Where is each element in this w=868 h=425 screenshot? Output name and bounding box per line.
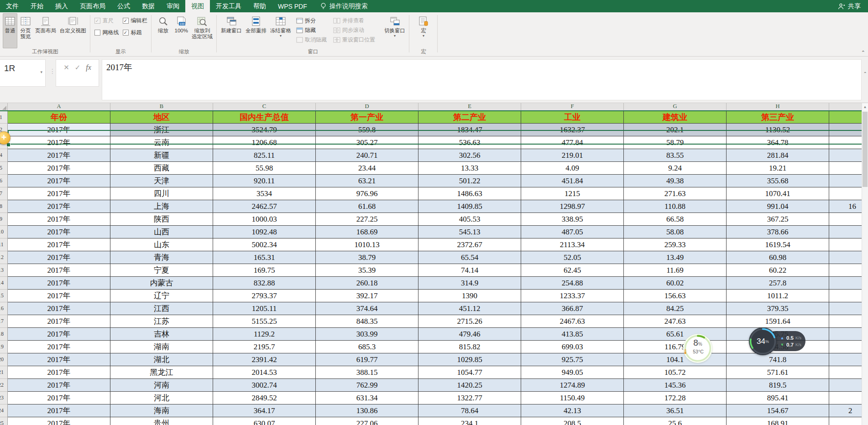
row-header-4[interactable]: 4 — [0, 149, 8, 162]
cell-A15[interactable]: 2017年 — [8, 290, 110, 302]
cell-H20[interactable]: 741.8 — [727, 353, 829, 366]
cell-D6[interactable]: 63.21 — [316, 175, 418, 187]
ribbon-tab-3[interactable]: 页面布局 — [74, 0, 111, 12]
cell-A5[interactable]: 2017年 — [8, 162, 110, 175]
cell-H17[interactable]: 1591.64 — [727, 315, 829, 328]
cell-C13[interactable]: 169.75 — [213, 264, 316, 277]
split-button[interactable]: 拆分 — [293, 16, 330, 26]
cancel-entry-icon[interactable]: ✕ — [63, 64, 69, 86]
cell-F8[interactable]: 1298.97 — [521, 200, 624, 213]
cell-C24[interactable]: 364.17 — [213, 404, 316, 417]
cell-D17[interactable]: 848.35 — [316, 315, 418, 328]
cell-B6[interactable]: 天津 — [110, 175, 213, 187]
formula-input[interactable]: 2017年 — [102, 59, 862, 100]
cell-C6[interactable]: 920.11 — [213, 175, 316, 187]
column-header-E[interactable]: E — [418, 103, 521, 110]
cell-C16[interactable]: 1205.11 — [213, 302, 316, 315]
cell-B24[interactable]: 海南 — [110, 404, 213, 417]
cell-H6[interactable]: 355.68 — [727, 175, 829, 187]
insert-function-icon[interactable]: fx — [86, 64, 91, 86]
switch-windows-button[interactable]: 切换窗口 ▾ — [383, 13, 407, 48]
cell-H23[interactable]: 895.41 — [727, 392, 829, 404]
cell-A8[interactable]: 2017年 — [8, 200, 110, 213]
cell-D2[interactable]: 559.8 — [316, 124, 418, 136]
synchronous-scrolling-button[interactable]: 同步滚动 — [330, 26, 378, 35]
gridlines-checkbox[interactable]: 网格线 — [94, 29, 119, 36]
cell-D25[interactable]: 227.06 — [316, 417, 418, 425]
cell-C7[interactable]: 3534 — [213, 187, 316, 200]
cell-C19[interactable]: 2195.7 — [213, 341, 316, 353]
row-header-24[interactable]: 24 — [0, 404, 8, 417]
row-header-17[interactable]: 17 — [0, 315, 8, 328]
cell-B15[interactable]: 辽宁 — [110, 290, 213, 302]
cell-H25[interactable]: 168.91 — [727, 417, 829, 425]
formula-bar-resizer[interactable]: ⋮ — [49, 67, 56, 75]
cell-D22[interactable]: 762.99 — [316, 379, 418, 392]
cell-D19[interactable]: 685.3 — [316, 341, 418, 353]
cell-H14[interactable]: 257.8 — [727, 277, 829, 290]
column-header-G[interactable]: G — [624, 103, 727, 110]
cell-F2[interactable]: 1632.37 — [521, 124, 624, 136]
cell-G25[interactable]: 25.6 — [624, 417, 727, 425]
cell-A2[interactable]: 2017年 — [8, 124, 110, 136]
cell-G10[interactable]: 58.08 — [624, 226, 727, 238]
ribbon-tab-1[interactable]: 开始 — [25, 0, 49, 12]
cell-G22[interactable]: 145.36 — [624, 379, 727, 392]
cell-D7[interactable]: 976.96 — [316, 187, 418, 200]
zoom-to-selection-button[interactable]: 缩放到 选定区域 — [190, 13, 214, 48]
cell-B21[interactable]: 黑龙江 — [110, 366, 213, 379]
row-header-1[interactable]: 1 — [0, 111, 8, 124]
cell-I19[interactable] — [829, 341, 862, 353]
cell-A22[interactable]: 2017年 — [8, 379, 110, 392]
cell-F12[interactable]: 52.05 — [521, 251, 624, 264]
expand-formula-bar-button[interactable]: ⌃ — [863, 71, 867, 76]
cell-I12[interactable] — [829, 251, 862, 264]
cell-E2[interactable]: 1834.47 — [418, 124, 521, 136]
row-header-5[interactable]: 5 — [0, 162, 8, 175]
cell-E4[interactable]: 302.56 — [418, 149, 521, 162]
cell-C8[interactable]: 2462.57 — [213, 200, 316, 213]
cell-D16[interactable]: 374.64 — [316, 302, 418, 315]
cell-I25[interactable] — [829, 417, 862, 425]
column-header-C[interactable]: C — [213, 103, 316, 110]
cell-B2[interactable]: 浙江 — [110, 124, 213, 136]
cell-A24[interactable]: 2017年 — [8, 404, 110, 417]
ruler-checkbox[interactable]: ✓ 直尺 — [94, 17, 119, 25]
cell-I21[interactable] — [829, 366, 862, 379]
cell-H3[interactable]: 364.78 — [727, 136, 829, 149]
cell-I8[interactable]: 16 — [829, 200, 862, 213]
cell-H16[interactable]: 379.35 — [727, 302, 829, 315]
cell-H7[interactable]: 1070.41 — [727, 187, 829, 200]
unhide-button[interactable]: 取消隐藏 — [293, 35, 330, 45]
header-cell-3[interactable]: 第一产业 — [316, 111, 418, 124]
cell-H12[interactable]: 60.98 — [727, 251, 829, 264]
cell-D3[interactable]: 305.27 — [316, 136, 418, 149]
headings-checkbox[interactable]: ✓ 标题 — [123, 29, 147, 36]
header-cell-7[interactable]: 第三产业 — [727, 111, 829, 124]
cell-E21[interactable]: 1054.77 — [418, 366, 521, 379]
row-header-22[interactable]: 22 — [0, 379, 8, 392]
cell-I9[interactable] — [829, 213, 862, 226]
cell-G8[interactable]: 110.88 — [624, 200, 727, 213]
name-box[interactable]: 1R ▾ — [0, 59, 46, 87]
header-stub-cell[interactable] — [829, 111, 862, 124]
cell-B12[interactable]: 青海 — [110, 251, 213, 264]
cell-H21[interactable]: 571.61 — [727, 366, 829, 379]
cell-H10[interactable]: 378.66 — [727, 226, 829, 238]
cell-I3[interactable] — [829, 136, 862, 149]
cell-G2[interactable]: 202.1 — [624, 124, 727, 136]
cell-E8[interactable]: 1409.85 — [418, 200, 521, 213]
column-header-stub[interactable] — [829, 103, 862, 110]
cell-F4[interactable]: 219.01 — [521, 149, 624, 162]
row-header-6[interactable]: 6 — [0, 175, 8, 187]
cell-B20[interactable]: 湖北 — [110, 353, 213, 366]
row-header-19[interactable]: 19 — [0, 341, 8, 353]
view-side-by-side-button[interactable]: 并排查看 — [330, 16, 378, 26]
cell-F13[interactable]: 62.45 — [521, 264, 624, 277]
ribbon-tab-8[interactable]: 开发工具 — [210, 0, 247, 12]
cell-E3[interactable]: 536.63 — [418, 136, 521, 149]
cell-D18[interactable]: 303.99 — [316, 328, 418, 341]
scrollbar-thumb[interactable] — [863, 112, 868, 187]
cell-A19[interactable]: 2017年 — [8, 341, 110, 353]
cell-B8[interactable]: 上海 — [110, 200, 213, 213]
